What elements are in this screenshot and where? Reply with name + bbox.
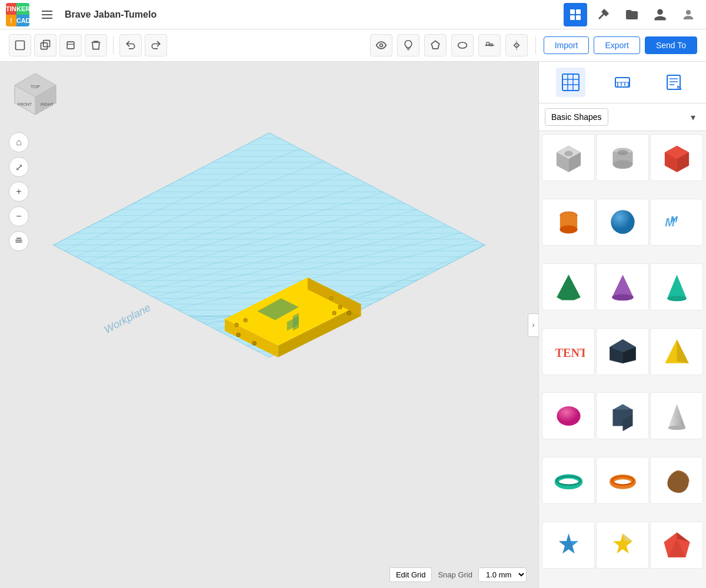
- svg-point-134: [613, 160, 632, 169]
- profile-btn[interactable]: [677, 3, 700, 26]
- mirror-btn[interactable]: [505, 34, 528, 56]
- align-icon: [484, 39, 495, 51]
- shape-box-hole[interactable]: [542, 134, 595, 181]
- duplicate-icon: [65, 39, 76, 51]
- right-panel: Basic Shapes Text Featured Connectors Fa…: [538, 62, 706, 588]
- shape-sphere[interactable]: [596, 199, 649, 246]
- svg-rect-4: [576, 9, 581, 14]
- shape-ellipsoid[interactable]: [542, 392, 595, 439]
- workplane-grid: Workplane: [0, 62, 538, 588]
- toolbar-separator-2: [535, 36, 536, 54]
- import-btn[interactable]: Import: [544, 36, 590, 54]
- align-btn[interactable]: [478, 34, 501, 56]
- shape-cone-teal[interactable]: [650, 263, 703, 310]
- text-tent-svg: TENT: [552, 335, 585, 368]
- pyramid-green-svg: [552, 270, 585, 303]
- shape-cylinder-hole[interactable]: [596, 134, 649, 181]
- svg-rect-0: [42, 11, 52, 12]
- project-title: Brave Jaban-Tumelo: [65, 9, 558, 20]
- add-user-btn[interactable]: +: [648, 3, 672, 26]
- shape-star-yellow[interactable]: [596, 522, 649, 569]
- grid-view-btn[interactable]: [564, 3, 587, 26]
- svg-text:M: M: [670, 215, 678, 224]
- export-btn[interactable]: Export: [594, 36, 640, 54]
- star-yellow-svg: [607, 529, 639, 562]
- text-3d-svg: M M: [661, 206, 693, 238]
- box-hole-svg: [552, 142, 585, 174]
- svg-point-104: [235, 323, 238, 326]
- shapes-header: Basic Shapes Text Featured Connectors Fa…: [539, 103, 706, 131]
- files-btn[interactable]: [620, 3, 644, 26]
- logo-extra: !: [6, 15, 16, 26]
- shape-pyramid-green[interactable]: [542, 263, 595, 310]
- svg-rect-5: [570, 15, 575, 20]
- redo-btn[interactable]: [145, 34, 167, 56]
- new-icon: [14, 39, 26, 51]
- undo-icon: [125, 39, 136, 51]
- cone-purple-svg: [607, 270, 639, 303]
- shapes-category-select[interactable]: Basic Shapes Text Featured Connectors Fa…: [545, 108, 608, 126]
- svg-point-161: [557, 406, 580, 426]
- eye-icon: [375, 39, 387, 51]
- light-btn[interactable]: [397, 34, 419, 56]
- shape-pyramid-yellow[interactable]: [650, 328, 703, 375]
- svg-point-166: [668, 426, 685, 430]
- undo-btn[interactable]: [119, 34, 142, 56]
- shape-cone-gray[interactable]: [650, 392, 703, 439]
- svg-point-151: [612, 295, 634, 301]
- shape-blob[interactable]: [650, 457, 703, 504]
- shape-box-solid[interactable]: [650, 134, 703, 181]
- copy-icon: [39, 39, 51, 51]
- topbar: TIN KER ! CAD Brave Jaban-Tumelo: [0, 0, 706, 29]
- hamburger-icon: [40, 8, 54, 22]
- shape-torus-orange[interactable]: [596, 457, 649, 504]
- toolbar-separator-1: [113, 36, 114, 54]
- svg-marker-152: [667, 275, 687, 299]
- logo-tin: TIN: [6, 3, 16, 15]
- polygon-btn[interactable]: [424, 34, 447, 56]
- edit-grid-btn[interactable]: Edit Grid: [389, 567, 432, 582]
- svg-rect-9: [16, 41, 25, 50]
- svg-point-106: [252, 342, 256, 345]
- main-area: TOP FRONT RIGHT ⌂ ⤢ + −: [0, 62, 706, 588]
- shape-text-3d[interactable]: M M: [650, 199, 703, 246]
- shapes-tab-icon: [561, 73, 580, 92]
- svg-point-153: [667, 296, 687, 301]
- new-btn[interactable]: [9, 34, 31, 56]
- avatar-icon: [681, 8, 695, 22]
- collapse-panel-btn[interactable]: ›: [528, 313, 538, 337]
- svg-line-84: [53, 177, 106, 198]
- delete-btn[interactable]: [85, 34, 107, 56]
- svg-point-109: [347, 311, 351, 315]
- shape-box-navy[interactable]: [596, 392, 649, 439]
- polygon-icon: [429, 39, 441, 51]
- gem-red-svg: [661, 529, 693, 562]
- svg-point-144: [560, 226, 577, 233]
- pyramid-yellow-svg: [661, 335, 693, 368]
- shape-text-tent[interactable]: TENT: [542, 328, 595, 375]
- viewport[interactable]: TOP FRONT RIGHT ⌂ ⤢ + −: [0, 62, 538, 588]
- copy-paste-btn[interactable]: [34, 34, 56, 56]
- camera-view-btn[interactable]: [370, 34, 392, 56]
- ellipse-btn[interactable]: [451, 34, 474, 56]
- svg-rect-112: [562, 74, 579, 91]
- shape-gem-red[interactable]: [650, 522, 703, 569]
- svg-text:TENT: TENT: [555, 346, 584, 359]
- snap-value-select[interactable]: 1.0 mm 0.5 mm 2.0 mm 5.0 mm: [478, 567, 527, 582]
- shape-cylinder[interactable]: [542, 199, 595, 246]
- shape-cone-purple[interactable]: [596, 263, 649, 310]
- shape-star-blue[interactable]: [542, 522, 595, 569]
- shapes-grid: M M: [539, 131, 706, 588]
- send-to-btn[interactable]: Send To: [645, 36, 697, 54]
- shape-box-blue[interactable]: [596, 328, 649, 375]
- shape-torus[interactable]: [542, 457, 595, 504]
- tab-shapes[interactable]: [556, 68, 585, 97]
- menu-button[interactable]: [35, 3, 59, 26]
- build-btn[interactable]: [592, 3, 615, 26]
- svg-rect-6: [576, 15, 581, 20]
- tab-notes[interactable]: [660, 68, 689, 97]
- notes-tab-icon: [665, 73, 684, 92]
- logo-cad: CAD: [16, 15, 29, 26]
- tab-ruler[interactable]: [608, 68, 637, 97]
- duplicate-btn[interactable]: [59, 34, 82, 56]
